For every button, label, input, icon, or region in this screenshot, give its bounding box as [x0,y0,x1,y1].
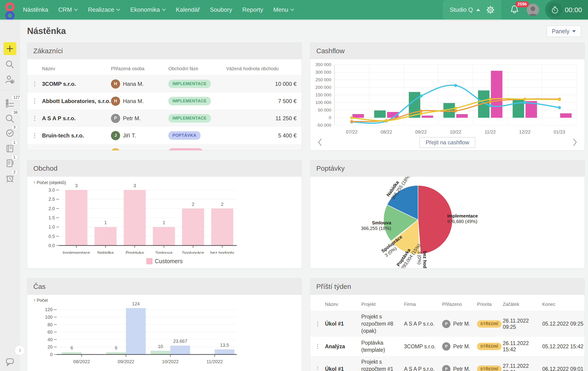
row-menu-button[interactable] [27,132,42,139]
panels-button[interactable]: Panely [547,25,581,37]
customer-name[interactable]: Abbott Laboratories, s.r.o. [42,98,111,104]
svg-text:80: 80 [48,322,52,327]
nav-item-reporty[interactable]: Reporty [242,6,263,13]
row-menu-button[interactable] [27,150,42,150]
person-icon [527,5,539,16]
priority-badge: STŘEDNÍ [477,343,501,350]
nav-item-nastenka[interactable]: Nástěnka [23,6,48,13]
row-menu-button[interactable] [310,343,325,350]
assigned-person: HHana M. [111,97,168,106]
settings-button[interactable] [485,5,495,15]
person-name: Petr M. [123,115,141,122]
customer-row[interactable] [27,144,302,150]
svg-text:2: 2 [221,202,223,207]
sidebar-item-chat[interactable] [0,356,20,368]
phase-badge: IMPLEMENTACE [168,114,211,122]
svg-text:1: 1 [104,220,107,225]
task-project[interactable]: Projekt s rozpočtem #8 (opak) [361,313,404,334]
row-menu-button[interactable] [310,321,325,327]
svg-text:10/2022: 10/2022 [162,359,178,364]
notifications-button[interactable]: 2596 [509,4,520,16]
cashflow-prev-button[interactable] [317,138,323,147]
sidebar-item-journal[interactable]: 1 [0,143,20,154]
obchod-bar-chart: 0.00.51.01.52.02.53.0313122ImplementaceN… [27,177,302,254]
assigned-person: PPetr M. [111,114,168,123]
sidebar-item-reminder[interactable]: 2 [0,172,20,184]
goto-cashflow-button[interactable]: Přejít na cashflow [420,137,475,148]
priority-cell: STŘEDNÍ [477,365,503,371]
nav-item-soubory[interactable]: Soubory [210,6,232,13]
svg-text:bez hodnoty: bez hodnoty [422,251,428,269]
sidebar-item-person-add[interactable] [0,74,20,85]
cas-panel-title: Čas [27,278,302,295]
task-name[interactable]: Úkol #1 [325,321,361,327]
workspace-switcher[interactable]: Studio Q [450,6,480,13]
task-project[interactable]: Poptávka (template) [361,339,404,354]
nav-item-label: Menu [273,6,288,13]
sidebar-item-plus[interactable] [0,42,20,55]
chat-box [4,356,16,368]
customer-name[interactable]: Bruin-tech s.r.o. [42,132,111,139]
customers-table-body: 3COMP s.r.o.HHana M.IMPLEMENTACE10 000 €… [27,75,302,150]
time-box: 3 [4,127,16,139]
svg-text:2.5: 2.5 [48,197,55,202]
svg-text:20: 20 [48,344,52,350]
row-menu-button[interactable] [27,98,42,104]
nav-item-realizace[interactable]: Realizace [88,6,120,13]
task-row[interactable]: Úkol #1Projekt s rozpočtem #1 (2)A S A P… [310,356,585,371]
customer-row[interactable]: Bruin-tech s.r.o.JJiří T.POPTÁVKA5 400 € [27,127,302,144]
assigned-person: HHana M. [111,79,168,89]
cashflow-chart: -50 000050 000100 000150 000200 000250 0… [310,60,585,140]
sidebar-item-time[interactable]: 3 [0,127,20,139]
nav-item-menu[interactable]: Menu [273,6,294,13]
row-menu-button[interactable] [310,366,325,371]
sidebar-item-search[interactable] [0,59,20,70]
column-header: Přiřazená osoba [111,66,168,71]
svg-text:40: 40 [48,337,52,342]
phase-cell [168,148,226,150]
sidebar-count-badge: 1 [11,140,18,145]
customers-table-header: NázevPřiřazená osobaObchodní fázeVážená … [27,62,302,75]
svg-text:23.667: 23.667 [173,339,187,344]
customer-name[interactable]: 3COMP s.r.o. [42,81,111,87]
nav-item-ekonomika[interactable]: Ekonomika [130,6,166,13]
customer-row[interactable]: Abbott Laboratories, s.r.o.HHana M.IMPLE… [27,92,302,110]
person-name: Hana M. [123,81,144,87]
task-name[interactable]: Úkol #1 [325,366,361,371]
task-assignee: PPetr M. [442,365,477,371]
sidebar-item-tasks[interactable]: 127 [0,98,20,109]
sidebar-expand-button[interactable] [14,345,25,356]
customer-row[interactable]: 3COMP s.r.o.HHana M.IMPLEMENTACE10 000 € [27,75,302,92]
customer-name[interactable]: A S A P s.r.o. [42,115,111,122]
task-row[interactable]: Úkol #1Projekt s rozpočtem #8 (opak)A S … [310,311,585,337]
task-row[interactable]: AnalýzaPoptávka (template)3COMP s.r.o.PP… [310,337,585,356]
sidebar-item-deals[interactable]: 38 [0,113,20,124]
priority-badge: STŘEDNÍ [477,365,501,371]
customer-row[interactable]: A S A P s.r.o.PPetr M.IMPLEMENTACE11 250… [27,110,302,127]
app-logo[interactable] [0,0,20,20]
search-icon [5,59,15,70]
task-project[interactable]: Projekt s rozpočtem #1 (2) [361,358,404,371]
row-menu-button[interactable] [27,115,42,121]
workspace-name: Studio Q [450,6,473,13]
svg-text:150 000: 150 000 [315,92,331,97]
customers-panel-title: Zákazníci [27,43,302,59]
add-button-box [3,42,16,55]
svg-text:0: 0 [50,352,52,357]
phase-badge [168,148,203,150]
sidebar-item-notes[interactable]: 1 [0,157,20,169]
sidebar-count-badge: 1 [11,155,18,160]
svg-text:0: 0 [329,115,331,120]
reminder-box: 2 [4,172,16,184]
row-menu-button[interactable] [27,81,42,87]
svg-text:350 000: 350 000 [315,62,331,67]
svg-text:12/22: 12/22 [519,130,531,134]
task-name[interactable]: Analýza [325,343,361,350]
nav-item-crm[interactable]: CRM [58,6,78,13]
svg-text:10: 10 [158,344,163,349]
nav-item-kalendar[interactable]: Kalendář [176,6,200,13]
task-start: 26.11.2022 15:42 [503,340,542,353]
time-tracker[interactable]: 00:00 [545,0,588,20]
cashflow-next-button[interactable] [572,138,578,147]
next-week-table-header: NázevProjektFirmaPřiřazenoPrioritaZačáte… [310,298,585,311]
